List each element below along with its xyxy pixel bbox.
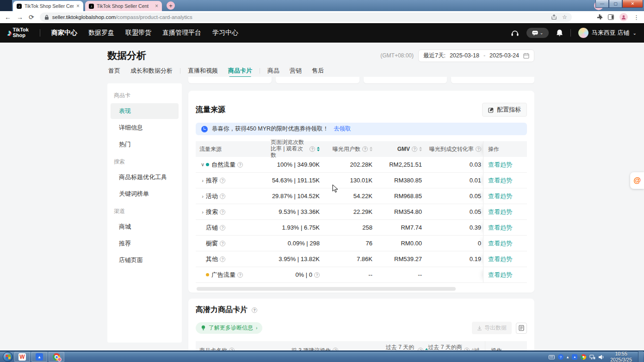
extensions-icon[interactable] — [597, 14, 602, 20]
help-icon[interactable] — [237, 162, 243, 168]
app-nav-item[interactable]: 商家中心 — [51, 29, 77, 37]
taskbar-wps-icon[interactable]: W — [14, 352, 30, 362]
help-icon[interactable] — [220, 178, 225, 183]
report-icon-button[interactable] — [516, 323, 527, 334]
sidebar-item[interactable]: 搜索 — [107, 153, 182, 169]
date-range-picker[interactable]: 最近7天: 2025-03-18 - 2025-03-24 — [418, 50, 534, 62]
sidebar-item[interactable]: 关键词榜单 — [111, 186, 179, 202]
back-icon[interactable]: ← — [5, 14, 11, 20]
menu-dots-icon[interactable]: ⋮ — [633, 14, 639, 21]
col-users[interactable]: 曝光用户数 — [325, 141, 376, 157]
page-tab[interactable]: 商品 — [267, 67, 279, 75]
export-data-button[interactable]: 导出数据 — [472, 322, 512, 334]
sidebar-item[interactable]: 表现 — [111, 103, 179, 119]
sidebar-item[interactable]: 渠道 — [107, 203, 182, 218]
tab-close-icon[interactable]: × — [76, 3, 80, 9]
view-trend-link[interactable]: 查看趋势 — [488, 239, 512, 248]
view-trend-link[interactable]: 查看趋势 — [488, 271, 512, 279]
tray-app-icon[interactable]: ▲ — [572, 354, 577, 360]
side-panel-icon[interactable] — [608, 14, 614, 20]
view-trend-link[interactable]: 查看趋势 — [488, 255, 512, 263]
sort-icon[interactable] — [317, 147, 320, 151]
sidebar-item[interactable]: 商城 — [111, 219, 179, 235]
tray-chrome-icon[interactable] — [581, 354, 586, 360]
sidebar-item[interactable]: 商品卡 — [107, 87, 182, 102]
help-icon[interactable] — [252, 307, 257, 313]
restore-button[interactable]: ▢ — [609, 0, 622, 8]
help-icon[interactable] — [476, 146, 481, 152]
store-switcher[interactable]: 马来西亚 店铺 ⌄ — [578, 28, 637, 38]
help-icon[interactable] — [237, 272, 243, 278]
configure-metrics-button[interactable]: 配置指标 — [482, 103, 527, 117]
language-switcher[interactable]: ⌄ — [526, 28, 549, 38]
close-button[interactable]: ✕ — [622, 0, 643, 8]
tray-network-icon[interactable] — [589, 355, 595, 360]
sidebar-item[interactable]: 详细信息 — [111, 120, 179, 136]
page-tab[interactable] — [260, 68, 260, 74]
taskbar-clock[interactable]: 10:55 2025/3/25 — [610, 351, 632, 362]
help-icon[interactable] — [220, 193, 225, 199]
tray-hidden-icons-chevron[interactable]: ▴ — [567, 355, 569, 359]
page-tab[interactable]: 直播和视频 — [188, 67, 218, 75]
sidebar-item[interactable]: 热门 — [111, 137, 179, 152]
page-tab[interactable]: 售后 — [312, 67, 324, 75]
app-nav-item[interactable]: 联盟带货 — [125, 29, 151, 37]
tray-keyboard-icon[interactable] — [549, 355, 555, 359]
app-nav-item[interactable]: 直播管理平台 — [162, 29, 201, 37]
tray-volume-icon[interactable] — [599, 355, 604, 360]
tiktok-shop-logo[interactable]: ♪ TikTokShop — [7, 27, 29, 38]
page-tab[interactable]: 首页 — [108, 67, 120, 75]
promo-float-widget[interactable]: @ — [630, 172, 644, 189]
tray-help-icon[interactable]: ? — [558, 354, 564, 360]
view-trend-link[interactable]: 查看趋势 — [488, 192, 512, 200]
col-conversion[interactable]: 曝光到成交转化率 — [425, 141, 483, 157]
sort-icon[interactable] — [419, 147, 422, 151]
page-tab[interactable]: 成长和数据分析 — [130, 67, 173, 75]
tab-close-icon[interactable]: × — [155, 3, 158, 9]
url-bar[interactable]: seller.tiktokglobalshop.com/compass/prod… — [40, 12, 572, 22]
view-trend-link[interactable]: 查看趋势 — [488, 208, 512, 216]
help-icon[interactable] — [220, 256, 225, 262]
app-nav-item[interactable]: 数据罗盘 — [88, 29, 114, 37]
view-trend-link[interactable]: 查看趋势 — [488, 161, 512, 169]
col-gmv[interactable]: GMV — [376, 141, 425, 157]
headset-icon[interactable] — [511, 30, 519, 37]
app-nav-item[interactable]: 学习中心 — [212, 29, 238, 37]
sort-icon[interactable] — [370, 147, 372, 151]
reload-icon[interactable]: ⟳ — [29, 14, 34, 20]
page-tab[interactable]: 商品卡片 — [228, 67, 252, 75]
help-icon[interactable] — [220, 225, 225, 231]
sidebar-item[interactable]: 店铺页面 — [111, 252, 179, 268]
page-tab[interactable] — [180, 68, 180, 74]
bell-icon[interactable] — [556, 29, 563, 37]
bookmark-star-icon[interactable]: ☆ — [562, 14, 567, 20]
view-trend-link[interactable]: 查看趋势 — [488, 176, 512, 185]
help-icon[interactable] — [314, 272, 320, 278]
expand-toggle-icon[interactable]: ∨ — [199, 162, 206, 168]
help-icon[interactable] — [362, 146, 368, 152]
start-button[interactable] — [3, 352, 13, 362]
expand-toggle-icon[interactable]: › — [199, 178, 206, 183]
browser-tab-active[interactable]: ♪ TikTok Shop Seller Center | Cr... × — [13, 1, 83, 11]
taskbar-app-icon[interactable]: ▲ — [31, 352, 47, 362]
claim-coupon-link[interactable]: 去领取 — [334, 125, 351, 133]
new-tab-button[interactable]: + — [167, 1, 175, 10]
browser-tab-2[interactable]: ♪ TikTok Shop Seller Center | Cr... × — [85, 1, 162, 11]
page-tab[interactable]: 营销 — [290, 67, 302, 75]
help-icon[interactable] — [310, 146, 315, 152]
expand-toggle-icon[interactable]: › — [199, 209, 206, 215]
view-trend-link[interactable]: 查看趋势 — [488, 224, 512, 232]
sidebar-item[interactable]: 推荐 — [111, 236, 179, 251]
taskbar-chrome-icon[interactable] — [49, 352, 64, 362]
diagnosis-info-link[interactable]: 了解更多诊断信息 › — [196, 322, 262, 334]
horizontal-scrollbar[interactable] — [197, 287, 456, 291]
forward-icon[interactable]: → — [17, 14, 23, 20]
col-ratio[interactable]: 页面浏览次数比率 | 观看次数 — [271, 141, 325, 157]
share-icon[interactable] — [551, 14, 557, 20]
sidebar-item[interactable]: 商品标题优化工具 — [111, 169, 179, 185]
help-icon[interactable] — [220, 209, 225, 215]
profile-avatar[interactable] — [619, 13, 628, 21]
expand-toggle-icon[interactable]: › — [199, 193, 206, 199]
help-icon[interactable] — [220, 241, 225, 246]
minimize-button[interactable]: — — [595, 0, 609, 8]
